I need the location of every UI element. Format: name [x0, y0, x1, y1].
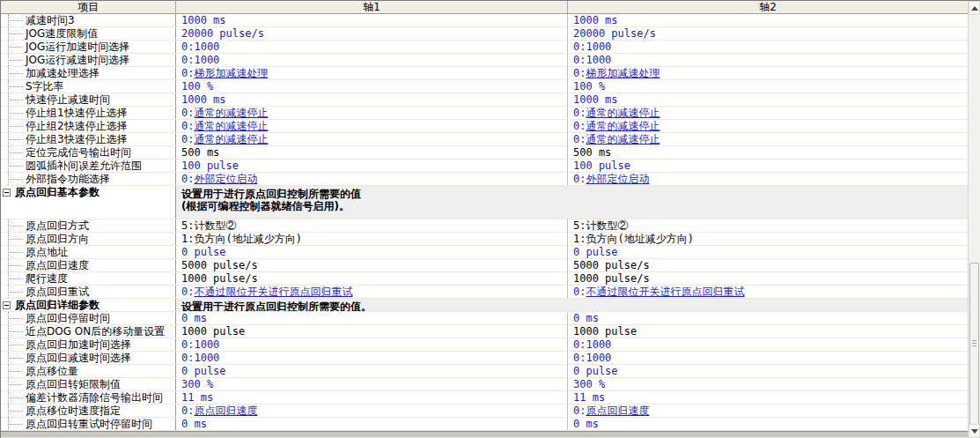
- parameter-label-cell[interactable]: 停止组2快速停止选择: [1, 120, 176, 132]
- axis1-cell[interactable]: 0:外部定位启动: [176, 173, 568, 185]
- axis1-value[interactable]: 0:外部定位启动: [181, 173, 257, 185]
- axis2-cell[interactable]: 1000 pulse/s: [568, 272, 968, 285]
- axis1-cell[interactable]: 0:通常的减速停止: [176, 133, 568, 145]
- parameter-label[interactable]: JOG速度限制值: [26, 27, 98, 40]
- parameter-label[interactable]: 停止组1快速停止选择: [26, 107, 128, 119]
- axis1-value[interactable]: 0:梯形加减速处理: [181, 67, 268, 79]
- axis2-cell[interactable]: 0:不通过限位开关进行原点回归重试: [568, 286, 968, 298]
- scroll-down-button[interactable]: [969, 424, 980, 438]
- parameter-label-cell[interactable]: 快速停止减速时间: [1, 93, 176, 106]
- axis1-value[interactable]: 300 %: [181, 378, 213, 390]
- collapse-toggle-minus-icon[interactable]: [3, 189, 11, 197]
- axis1-value[interactable]: 0:原点回归速度: [181, 405, 257, 417]
- parameter-label[interactable]: 原点移位时速度指定: [26, 405, 121, 417]
- axis1-value[interactable]: 1:负方向(地址减少方向): [181, 233, 302, 245]
- axis2-value[interactable]: 0:1000: [573, 352, 611, 364]
- axis2-cell[interactable]: 0:通常的减速停止: [568, 133, 968, 145]
- axis2-value[interactable]: 0 pulse: [573, 365, 618, 377]
- axis1-cell[interactable]: 5000 pulse/s: [176, 259, 568, 271]
- vertical-scrollbar[interactable]: [968, 1, 980, 438]
- parameter-label-cell[interactable]: 原点移位量: [1, 365, 176, 377]
- axis2-cell[interactable]: 0:1000: [568, 54, 968, 66]
- parameter-label-cell[interactable]: 停止组1快速停止选择: [1, 107, 176, 119]
- parameter-label[interactable]: 原点回归方式: [26, 219, 89, 232]
- parameter-label-cell[interactable]: 加减速处理选择: [1, 67, 176, 79]
- axis2-cell[interactable]: 100 %: [568, 80, 968, 93]
- axis1-cell[interactable]: 0:通常的减速停止: [176, 120, 568, 132]
- axis1-cell[interactable]: 20000 pulse/s: [176, 27, 568, 40]
- axis2-value[interactable]: 100 pulse: [573, 160, 630, 172]
- parameter-label-cell[interactable]: 原点回归速度: [1, 259, 176, 271]
- axis1-value[interactable]: 0:通常的减速停止: [181, 120, 268, 132]
- section-label[interactable]: 原点回归详细参数: [15, 299, 99, 311]
- collapse-toggle-minus-icon[interactable]: [3, 301, 11, 309]
- axis2-cell[interactable]: 0:通常的减速停止: [568, 107, 968, 119]
- axis2-value[interactable]: 0:外部定位启动: [573, 173, 649, 185]
- axis1-value[interactable]: 5000 pulse/s: [181, 259, 258, 271]
- axis1-value[interactable]: 0:通常的减速停止: [181, 133, 268, 145]
- parameter-label-cell[interactable]: JOG运行减速时间选择: [1, 54, 176, 66]
- section-label[interactable]: 原点回归基本参数: [15, 186, 99, 198]
- axis2-cell[interactable]: 0:原点回归速度: [568, 405, 968, 417]
- parameter-label-cell[interactable]: JOG运行加速时间选择: [1, 41, 176, 53]
- axis1-value[interactable]: 0 ms: [181, 312, 207, 324]
- scroll-thumb[interactable]: [969, 263, 979, 425]
- axis2-cell[interactable]: 0 ms: [568, 312, 968, 324]
- parameter-label[interactable]: 原点回归转矩限制值: [26, 378, 121, 390]
- parameter-label-cell[interactable]: 定位完成信号输出时间: [1, 146, 176, 159]
- parameter-label[interactable]: 加减速处理选择: [26, 67, 99, 79]
- parameter-label-cell[interactable]: 原点移位时速度指定: [1, 405, 176, 417]
- axis1-cell[interactable]: 0:通常的减速停止: [176, 107, 568, 119]
- parameter-label-cell[interactable]: 原点回归方式: [1, 219, 176, 232]
- axis1-value[interactable]: 1000 pulse/s: [181, 272, 258, 285]
- parameter-label-cell[interactable]: 偏差计数器清除信号输出时间: [1, 391, 176, 404]
- parameter-label[interactable]: 原点回归重试: [26, 286, 89, 298]
- axis2-value[interactable]: 0:1000: [573, 338, 611, 351]
- parameter-label[interactable]: 原点地址: [26, 246, 68, 258]
- parameter-label[interactable]: 外部指令功能选择: [26, 173, 110, 185]
- parameter-label-cell[interactable]: 原点回归重试: [1, 286, 176, 298]
- axis2-value[interactable]: 11 ms: [573, 391, 605, 404]
- axis1-cell[interactable]: 100 %: [176, 80, 568, 93]
- axis2-cell[interactable]: 500 ms: [568, 146, 968, 159]
- axis1-cell[interactable]: 1000 pulse/s: [176, 272, 568, 285]
- axis1-value[interactable]: 1000 ms: [181, 93, 226, 106]
- parameter-label[interactable]: 爬行速度: [26, 272, 68, 285]
- parameter-label[interactable]: 停止组2快速停止选择: [26, 120, 128, 132]
- parameter-label[interactable]: 原点回归方向: [26, 233, 89, 245]
- parameter-label[interactable]: 偏差计数器清除信号输出时间: [26, 391, 163, 404]
- axis1-value[interactable]: 5:计数型②: [181, 219, 236, 232]
- parameter-label[interactable]: 减速时间3: [26, 14, 75, 26]
- axis2-cell[interactable]: 0 pulse: [568, 365, 968, 377]
- axis1-value[interactable]: 0:1000: [181, 41, 219, 53]
- parameter-label[interactable]: 原点回归加速时间选择: [26, 338, 131, 351]
- axis2-value[interactable]: 1000 ms: [573, 14, 618, 26]
- section-label-cell[interactable]: 原点回归基本参数: [1, 186, 176, 219]
- parameter-label-cell[interactable]: S字比率: [1, 80, 176, 93]
- axis2-cell[interactable]: 0:1000: [568, 338, 968, 351]
- axis2-value[interactable]: 300 %: [573, 378, 605, 390]
- parameter-label[interactable]: JOG运行加速时间选择: [26, 41, 129, 53]
- axis2-cell[interactable]: 0 pulse: [568, 246, 968, 258]
- parameter-label[interactable]: 快速停止减速时间: [26, 93, 110, 106]
- axis2-cell[interactable]: 300 %: [568, 378, 968, 390]
- parameter-label-cell[interactable]: 原点回归加速时间选择: [1, 338, 176, 351]
- axis2-value[interactable]: 1:负方向(地址减少方向): [573, 233, 694, 245]
- axis2-value[interactable]: 1000 ms: [573, 93, 618, 106]
- axis1-value[interactable]: 20000 pulse/s: [181, 27, 264, 40]
- axis2-value[interactable]: 100 %: [573, 80, 605, 93]
- axis1-value[interactable]: 0:1000: [181, 338, 219, 351]
- axis2-cell[interactable]: 0 ms: [568, 418, 968, 430]
- parameter-label[interactable]: 原点回归减速时间选择: [26, 352, 131, 364]
- scroll-up-button[interactable]: [969, 1, 980, 15]
- axis2-cell[interactable]: 0:梯形加减速处理: [568, 67, 968, 79]
- axis2-cell[interactable]: 1:负方向(地址减少方向): [568, 233, 968, 245]
- axis1-cell[interactable]: 0:1000: [176, 338, 568, 351]
- axis1-cell[interactable]: 0 pulse: [176, 365, 568, 377]
- axis1-value[interactable]: 0 pulse: [181, 365, 226, 377]
- parameter-label[interactable]: 原点回归停留时间: [26, 312, 110, 324]
- axis1-value[interactable]: 0:1000: [181, 54, 219, 66]
- parameter-label-cell[interactable]: 减速时间3: [1, 14, 176, 26]
- parameter-label[interactable]: 原点回归转重试时停留时间: [26, 418, 152, 430]
- axis2-cell[interactable]: 0:1000: [568, 352, 968, 364]
